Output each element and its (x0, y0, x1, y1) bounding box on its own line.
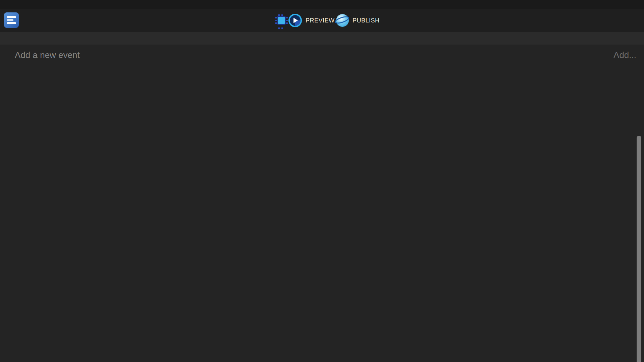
publish-button[interactable]: PUBLISH (336, 9, 380, 32)
preview-button[interactable]: PREVIEW (288, 9, 335, 32)
tab-bar (0, 32, 644, 45)
play-icon (288, 14, 302, 27)
add-new-event-link[interactable]: Add a new event (15, 50, 80, 60)
add-more-link[interactable]: Add... (613, 50, 636, 60)
publish-label: PUBLISH (353, 17, 380, 24)
gdevelop-logo-icon (4, 12, 19, 28)
globe-icon (336, 14, 349, 27)
preview-label: PREVIEW (306, 17, 335, 24)
menu-bar (0, 0, 644, 9)
debug-icon[interactable] (276, 15, 287, 26)
scrollbar-thumb[interactable] (637, 136, 641, 362)
gdevelop-window: PREVIEW PUBLISH Add a new event Add... (0, 0, 644, 362)
events-sheet: Add a new event Add... (0, 45, 644, 362)
toolbar: PREVIEW PUBLISH (0, 9, 644, 32)
sheet-footer: Add a new event Add... (0, 47, 636, 63)
